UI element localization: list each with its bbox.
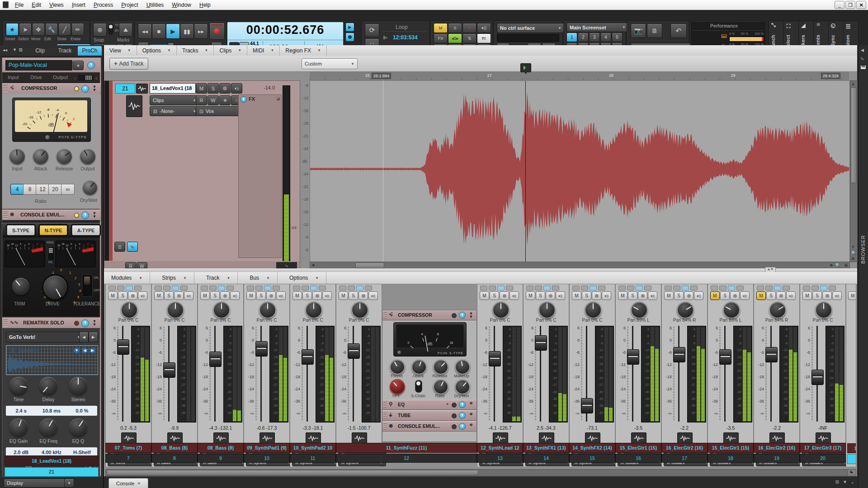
strip-phase-button[interactable] [293,286,300,291]
clips-dropdown[interactable]: Clips▼ [150,95,199,105]
close-button[interactable]: ✕ [856,1,866,9]
strip-pan-knob[interactable] [631,301,648,319]
strip-io-button[interactable] [126,286,133,291]
strip-fader-handle[interactable] [348,343,360,359]
strip-pan-readout[interactable]: Pan 84% R [754,318,799,323]
strip-echo-button[interactable]: ●)) [694,291,703,300]
mixer-strip[interactable]: MS●))Pan 89% L60-6-12-18-24-36-∞ -3-6-9-… [615,284,661,467]
pro-comp-hpf-knob[interactable] [390,379,405,394]
track-number-badge[interactable]: 21 [115,84,135,94]
strip-number-box[interactable]: 13 [477,454,523,463]
strip-pan-readout[interactable]: Pan 0% C [198,318,243,323]
drag-handle-icon[interactable] [3,85,8,92]
collapse-module-icon[interactable]: ▼▼ [92,212,97,218]
undo-button[interactable]: ↶ [670,23,687,38]
drag-handle-icon[interactable] [3,319,8,327]
pro-console-emu-header-power-icon[interactable] [459,423,466,430]
playhead-marker[interactable] [520,63,531,72]
strip-interleave-button[interactable] [302,286,309,291]
ratio-4-button[interactable]: 20 [48,184,62,195]
strip-pan-knob[interactable] [167,301,184,319]
strip-name-box[interactable]: 11_SynthFuzz (11) [336,443,477,453]
screenset-3-button[interactable]: 3 [589,33,600,42]
strip-number-box[interactable]: 15 [569,454,615,463]
strip-name-box[interactable]: 15_ElecGtr1 (15) [615,443,661,453]
strip-arm-button[interactable] [730,291,740,300]
pro-comp-ratio-knob[interactable] [433,379,448,394]
strip-interleave-button[interactable] [489,286,496,291]
reverb-stereo-knob[interactable] [69,377,87,395]
mute-all-button[interactable]: M [434,23,448,33]
strip-phase-button[interactable] [711,286,718,291]
expand-icon[interactable]: » [446,402,448,406]
strip-number-box[interactable]: 9 [198,454,244,463]
strip-pan-knob[interactable] [121,301,138,319]
strip-mute-button[interactable]: M [710,291,720,300]
emu-type-s-type[interactable]: S-TYPE [7,225,35,235]
strip-send-button[interactable] [690,286,698,291]
strip-pan-readout[interactable]: Pan 0% C [106,318,151,323]
strip-send-button[interactable] [552,286,559,291]
track-name-field[interactable]: 18_LeadVox1 (18 [150,83,196,94]
ctrl-surface-dropdown[interactable]: No ctrl surface▼ [497,23,565,33]
strip-name-box[interactable]: 17_ElecGtr3 (17) [800,443,846,453]
menu-process[interactable]: Process [90,1,117,9]
strip-io-button[interactable] [682,286,689,291]
rms-pk-toggle[interactable] [47,246,55,261]
tool-erase-button[interactable]: ✏ [71,23,84,36]
play-button[interactable]: ▶ [166,23,180,39]
strip-io-button[interactable] [728,286,735,291]
pro-comp-thresh-knob[interactable] [390,359,405,375]
snap-landmarks-button[interactable]: ⛰ [119,23,132,37]
inspector-tab-track[interactable]: Track [53,46,77,56]
strip-arm-button[interactable] [359,291,368,300]
strip-io-button[interactable] [543,286,551,291]
strip-pan-knob[interactable] [769,301,786,319]
strip-echo-button[interactable]: ●)) [276,291,286,300]
ir-display[interactable]: [R] Massive ▼ ◀ ▶ [6,345,98,375]
inspector-tab-proch[interactable]: ProCh [78,46,102,56]
strip-send-button[interactable] [319,286,326,291]
strip-number-box[interactable]: 20 [800,454,846,463]
track-automation-button[interactable]: ∿ [127,242,138,252]
strip-name-box[interactable]: 08_Bass (8) [198,443,244,453]
strip-number-box[interactable]: 11 [290,454,336,463]
strip-mute-button[interactable]: M [572,291,581,300]
strip-send-button[interactable] [506,286,513,291]
strip-send-button[interactable] [644,286,651,291]
strip-echo-button[interactable]: ●)) [138,291,147,300]
strip-solo-button[interactable]: S [302,291,312,300]
strip-fader-handle[interactable] [581,398,593,413]
drive-knob[interactable] [42,274,68,300]
strip-arm-button[interactable] [638,291,647,300]
strip-solo-button[interactable]: S [674,291,684,300]
strip-name-box[interactable]: 16_ElecGtr2 (16) [754,443,800,453]
track-header-21[interactable]: 21 18_LeadVox1 (18 M S ●)) -14.0 Clips▼ … [104,80,300,262]
reverb-value[interactable]: 2.4 s [6,406,36,416]
strip-solo-button[interactable]: S [164,291,174,300]
tv-menu-clips[interactable]: Clips▼ [214,45,247,56]
strip-phase-button[interactable] [572,286,580,291]
strip-phase-button[interactable] [155,286,162,291]
console-scroll-handle[interactable] [107,470,478,475]
strip-echo-button[interactable]: ●)) [602,291,611,300]
snapshot-button[interactable]: 📷 [631,23,646,38]
strip-name-box[interactable]: 16_ElecGtr2 (16) [661,443,708,453]
strip-mute-button[interactable]: M [200,291,210,300]
menu-help[interactable]: Help [195,1,215,9]
strip-fader-handle[interactable] [765,347,778,362]
strip-io-button[interactable] [497,286,505,291]
strip-interleave-button[interactable] [209,286,217,291]
strip-solo-button[interactable]: S [628,291,637,300]
rematrix-led[interactable] [74,321,79,326]
pro-tube-header[interactable]: ⏚ TUBE ≑ [382,411,476,421]
console-menu-track[interactable]: Track▼ [199,272,238,284]
track-waveform-button[interactable] [126,95,142,117]
strip-volume-readout[interactable]: 0.2 -5.3 [106,425,151,431]
strip-name-box[interactable]: 18 [847,443,856,453]
collapse-module-icon[interactable]: ▼▼ [468,312,474,319]
flow-slider[interactable] [78,75,94,80]
strip-fader-handle[interactable] [209,352,222,367]
playhead[interactable] [525,81,526,262]
dock-menu-icon[interactable]: ⊞ [835,479,839,484]
